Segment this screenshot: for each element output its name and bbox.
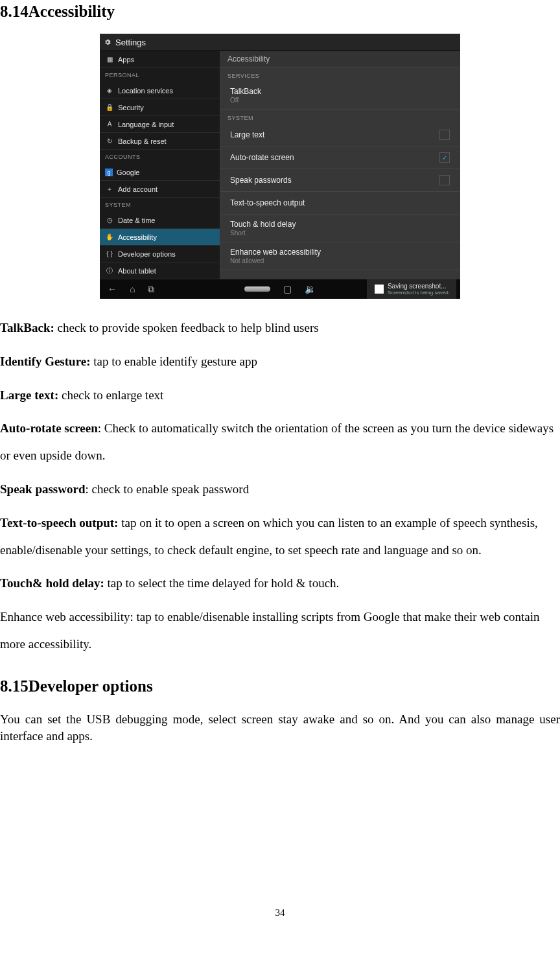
sidebar-item-label: Location services xyxy=(118,87,173,95)
checkbox-checked[interactable]: ✓ xyxy=(439,152,450,163)
braces-icon: { } xyxy=(105,250,114,257)
paragraph-speak-password: Speak password: check to enable speak pa… xyxy=(0,476,560,503)
recent-button[interactable]: ⧉ xyxy=(148,284,154,295)
sidebar-item-google[interactable]: g Google xyxy=(100,164,220,181)
text: : check to enable speak password xyxy=(85,482,249,496)
nav-left: ← ⌂ ⧉ xyxy=(100,284,154,295)
row-sublabel: Not allowed xyxy=(230,257,321,264)
settings-sidebar: ▦ Apps PERSONAL ◈ Location services 🔒 Se… xyxy=(100,51,220,279)
sidebar-item-label: Developer options xyxy=(118,250,176,258)
text: check to enlarge text xyxy=(58,388,163,402)
paragraph-touch-hold: Touch& hold delay: tap to select the tim… xyxy=(0,570,560,597)
sidebar-item-apps[interactable]: ▦ Apps xyxy=(100,51,220,68)
bold-label: Speak password xyxy=(0,482,85,496)
bold-label: Text-to-speech output: xyxy=(0,516,118,530)
info-icon: ⓘ xyxy=(105,266,114,275)
sidebar-item-label: Date & time xyxy=(118,216,155,224)
row-speak-passwords[interactable]: Speak passwords xyxy=(220,169,460,192)
row-enhance-web[interactable]: Enhance web accessibility Not allowed xyxy=(220,242,460,270)
device-screenshot: Settings ▦ Apps PERSONAL ◈ Location serv… xyxy=(100,34,460,299)
home-button[interactable]: ⌂ xyxy=(130,284,135,294)
paragraph-developer: You can set the USB debugging mode, sele… xyxy=(0,711,560,745)
row-label: Touch & hold delay xyxy=(230,220,296,229)
row-talkback[interactable]: TalkBack Off xyxy=(220,82,460,110)
row-label: Enhance web accessibility xyxy=(230,248,321,257)
sidebar-item-datetime[interactable]: ◷ Date & time xyxy=(100,212,220,229)
sidebar-header-system: SYSTEM xyxy=(100,198,220,212)
toast-title: Saving screenshot... xyxy=(388,283,447,290)
checkbox-unchecked[interactable] xyxy=(439,175,450,185)
sidebar-item-language[interactable]: A Language & input xyxy=(100,116,220,133)
content-header: Accessibility xyxy=(220,51,460,67)
checkbox-unchecked[interactable] xyxy=(439,130,450,140)
paragraph-large-text: Large text: check to enlarge text xyxy=(0,382,560,409)
bold-label: Touch& hold delay: xyxy=(0,576,104,590)
row-tts[interactable]: Text-to-speech output xyxy=(220,192,460,215)
text: check to provide spoken feedback to help… xyxy=(54,321,319,334)
sidebar-item-label: Google xyxy=(117,169,139,176)
row-large-text[interactable]: Large text xyxy=(220,124,460,146)
page-number: 34 xyxy=(0,907,560,918)
sidebar-item-location[interactable]: ◈ Location services xyxy=(100,82,220,99)
sidebar-item-label: Accessibility xyxy=(118,233,157,241)
row-label: Speak passwords xyxy=(230,176,292,185)
sidebar-item-developer[interactable]: { } Developer options xyxy=(100,246,220,262)
screenshot-toast: Saving screenshot... Screenshot is being… xyxy=(368,279,456,299)
back-button[interactable]: ← xyxy=(108,284,117,294)
paragraph-enhance-web: Enhance web accessibility: tap to enable… xyxy=(0,603,560,658)
sidebar-item-about[interactable]: ⓘ About tablet xyxy=(100,262,220,279)
google-icon: g xyxy=(105,169,113,176)
text: tap to enable identify gesture app xyxy=(91,355,257,368)
sidebar-header-personal: PERSONAL xyxy=(100,68,220,82)
screenshot-figure: Settings ▦ Apps PERSONAL ◈ Location serv… xyxy=(0,34,560,299)
row-sublabel: Short xyxy=(230,229,296,237)
sidebar-item-label: Add account xyxy=(118,185,158,193)
location-icon: ◈ xyxy=(105,87,114,94)
clock-icon: ◷ xyxy=(105,216,114,224)
device-title: Settings xyxy=(115,38,146,47)
paragraph-identify-gesture: Identify Gesture: tap to enable identify… xyxy=(0,348,560,375)
nav-mid: ▢ 🔉 xyxy=(244,284,316,294)
sidebar-item-label: Apps xyxy=(118,56,134,64)
screenshot-thumb-icon xyxy=(375,285,384,294)
device-body: ▦ Apps PERSONAL ◈ Location services 🔒 Se… xyxy=(100,51,460,279)
bold-label: Identify Gesture: xyxy=(0,355,91,368)
sidebar-item-label: About tablet xyxy=(118,267,156,275)
bold-label: Large text: xyxy=(0,388,58,402)
sidebar-item-add-account[interactable]: ＋ Add account xyxy=(100,181,220,198)
sidebar-item-accessibility[interactable]: ✋ Accessibility xyxy=(100,229,220,246)
sidebar-item-label: Backup & reset xyxy=(118,137,167,145)
toast-sub: Screenshot is being saved. xyxy=(388,290,450,296)
lock-icon: 🔒 xyxy=(105,104,114,111)
bold-label: Auto-rotate screen xyxy=(0,421,98,435)
paragraph-auto-rotate: Auto-rotate screen: Check to automatical… xyxy=(0,415,560,469)
bold-label: TalkBack: xyxy=(0,321,54,334)
text: tap to select the time delayed for hold … xyxy=(104,576,339,590)
paragraph-talkback: TalkBack: check to provide spoken feedba… xyxy=(0,314,560,342)
language-icon: A xyxy=(105,121,114,128)
volume-icon[interactable]: 🔉 xyxy=(305,284,316,294)
row-label: Auto-rotate screen xyxy=(230,153,294,162)
sidebar-item-label: Security xyxy=(118,104,144,111)
heading-accessibility: 8.14Accessibility xyxy=(0,3,560,21)
paragraph-tts: Text-to-speech output: tap on it to open… xyxy=(0,509,560,564)
sidebar-item-security[interactable]: 🔒 Security xyxy=(100,99,220,116)
settings-content: Accessibility SERVICES TalkBack Off SYST… xyxy=(220,51,460,279)
row-sublabel: Off xyxy=(230,97,261,104)
backup-icon: ↻ xyxy=(105,137,114,145)
device-titlebar: Settings xyxy=(100,34,460,51)
text: Enhance web accessibility: tap to enable… xyxy=(0,610,540,651)
row-label: Text-to-speech output xyxy=(230,198,305,207)
plus-icon: ＋ xyxy=(105,185,114,194)
accessibility-icon: ✋ xyxy=(105,233,114,240)
row-label: TalkBack xyxy=(230,87,261,96)
sidebar-item-backup[interactable]: ↻ Backup & reset xyxy=(100,133,220,150)
screenshot-button[interactable]: ▢ xyxy=(283,284,292,294)
apps-icon: ▦ xyxy=(105,56,114,63)
section-system-label: SYSTEM xyxy=(220,110,460,124)
volume-pill[interactable] xyxy=(244,286,270,292)
device-navbar: ← ⌂ ⧉ ▢ 🔉 Saving screenshot... Screensho… xyxy=(100,279,460,299)
row-touch-hold[interactable]: Touch & hold delay Short xyxy=(220,215,460,242)
sidebar-header-accounts: ACCOUNTS xyxy=(100,150,220,164)
row-auto-rotate[interactable]: Auto-rotate screen ✓ xyxy=(220,146,460,169)
